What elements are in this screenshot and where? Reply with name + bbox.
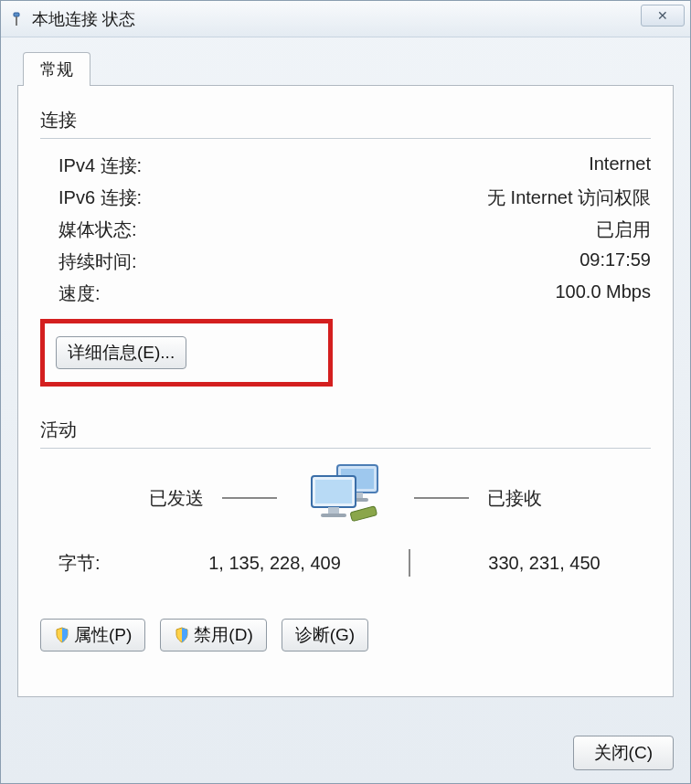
ipv4-value: Internet xyxy=(589,154,651,178)
divider xyxy=(40,138,651,139)
svg-rect-10 xyxy=(350,506,377,522)
row-media: 媒体状态: 已启用 xyxy=(40,214,651,246)
bytes-sent-value: 1, 135, 228, 409 xyxy=(168,553,381,574)
media-label: 媒体状态: xyxy=(58,217,137,242)
row-ipv4: IPv4 连接: Internet xyxy=(40,150,651,182)
activity-group-label: 活动 xyxy=(40,418,651,442)
action-buttons-row: 属性(P) 禁用(D) 诊断(G) xyxy=(40,619,651,652)
row-speed: 速度: 100.0 Mbps xyxy=(40,278,651,310)
close-button[interactable]: 关闭(C) xyxy=(573,736,674,770)
row-ipv6: IPv6 连接: 无 Internet 访问权限 xyxy=(40,182,651,214)
dash-line xyxy=(414,497,469,499)
media-value: 已启用 xyxy=(596,217,651,242)
svg-rect-7 xyxy=(315,480,352,503)
speed-label: 速度: xyxy=(58,281,101,306)
received-label: 已接收 xyxy=(487,486,542,511)
bytes-label: 字节: xyxy=(58,551,168,576)
highlight-box: 详细信息(E)... xyxy=(40,319,333,387)
duration-value: 09:17:59 xyxy=(579,249,651,274)
divider xyxy=(40,448,651,449)
tabs-row: 常规 xyxy=(23,52,674,86)
svg-rect-8 xyxy=(328,507,339,514)
svg-rect-1 xyxy=(16,16,17,26)
window-close-button[interactable]: ✕ xyxy=(641,5,685,26)
title-bar: 本地连接 状态 ✕ xyxy=(1,1,690,37)
activity-group: 活动 已发送 xyxy=(40,418,651,577)
connection-group-label: 连接 xyxy=(40,108,651,132)
details-button[interactable]: 详细信息(E)... xyxy=(56,336,186,369)
network-adapter-icon xyxy=(8,11,25,27)
close-icon: ✕ xyxy=(657,8,668,23)
window-title: 本地连接 状态 xyxy=(32,8,135,30)
duration-label: 持续时间: xyxy=(58,249,137,274)
ipv4-label: IPv4 连接: xyxy=(58,154,142,178)
connection-group: 连接 IPv4 连接: Internet IPv6 连接: 无 Internet… xyxy=(40,108,651,387)
svg-rect-0 xyxy=(14,13,19,16)
bytes-received-value: 330, 231, 450 xyxy=(438,553,651,574)
shield-icon xyxy=(54,627,70,643)
shield-icon xyxy=(174,627,190,643)
disable-button-label: 禁用(D) xyxy=(194,623,252,647)
svg-rect-9 xyxy=(321,514,346,517)
bytes-row: 字节: 1, 135, 228, 409 330, 231, 450 xyxy=(40,544,651,577)
disable-button[interactable]: 禁用(D) xyxy=(160,619,266,652)
dialog-footer: 关闭(C) xyxy=(573,736,674,770)
dialog-content: 常规 连接 IPv4 连接: Internet IPv6 连接: 无 Inter… xyxy=(1,37,690,706)
tab-panel-general: 连接 IPv4 连接: Internet IPv6 连接: 无 Internet… xyxy=(17,85,674,697)
status-dialog: 本地连接 状态 ✕ 常规 连接 IPv4 连接: Internet IPv6 连… xyxy=(0,0,691,784)
diagnose-button-label: 诊断(G) xyxy=(295,623,355,647)
properties-button[interactable]: 属性(P) xyxy=(40,619,145,652)
dash-line xyxy=(222,497,277,499)
ipv6-label: IPv6 连接: xyxy=(58,185,142,210)
sent-label: 已发送 xyxy=(149,486,204,511)
diagnose-button[interactable]: 诊断(G) xyxy=(282,619,368,652)
row-duration: 持续时间: 09:17:59 xyxy=(40,246,651,278)
speed-value: 100.0 Mbps xyxy=(555,281,651,306)
ipv6-value: 无 Internet 访问权限 xyxy=(487,185,651,210)
tab-general[interactable]: 常规 xyxy=(23,52,90,86)
network-computers-icon xyxy=(295,461,396,535)
activity-visual: 已发送 xyxy=(40,461,651,535)
bytes-divider xyxy=(409,549,410,577)
properties-button-label: 属性(P) xyxy=(74,623,132,647)
